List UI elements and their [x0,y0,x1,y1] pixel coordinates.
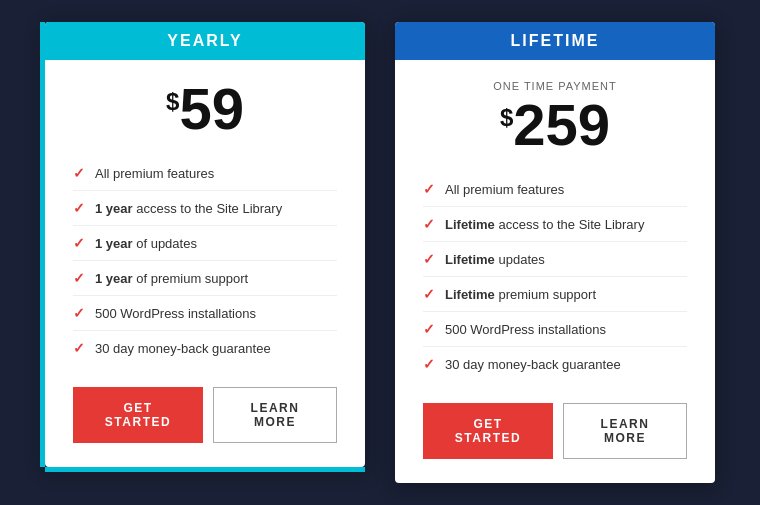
yearly-get-started-button[interactable]: GET STARTED [73,387,203,443]
list-item: ✓ 1 year of premium support [73,261,337,296]
check-icon: ✓ [423,321,435,337]
yearly-price: $ 59 [73,80,337,138]
yearly-card-actions: GET STARTED LEARN MORE [73,387,337,443]
lifetime-price: $ 259 [423,96,687,154]
feature-text: 1 year of updates [95,236,197,251]
check-icon: ✓ [73,165,85,181]
check-icon: ✓ [423,251,435,267]
lifetime-price-section: ONE TIME PAYMENT $ 259 [423,80,687,154]
list-item: ✓ 500 WordPress installations [423,312,687,347]
lifetime-header: LIFETIME [395,22,715,60]
list-item: ✓ 30 day money-back guarantee [423,347,687,381]
list-item: ✓ Lifetime updates [423,242,687,277]
list-item: ✓ All premium features [73,156,337,191]
feature-text: 500 WordPress installations [95,306,256,321]
check-icon: ✓ [73,305,85,321]
lifetime-features-list: ✓ All premium features ✓ Lifetime access… [423,172,687,381]
check-icon: ✓ [423,356,435,372]
feature-text: Lifetime premium support [445,287,596,302]
lifetime-learn-more-button[interactable]: LEARN MORE [563,403,687,459]
lifetime-card-actions: GET STARTED LEARN MORE [423,403,687,459]
lifetime-currency: $ [500,106,513,130]
lifetime-card: LIFETIME ONE TIME PAYMENT $ 259 ✓ All pr… [395,22,715,483]
list-item: ✓ 1 year of updates [73,226,337,261]
list-item: ✓ Lifetime premium support [423,277,687,312]
feature-text: All premium features [445,182,564,197]
yearly-price-value: 59 [179,80,244,138]
feature-text: 30 day money-back guarantee [95,341,271,356]
feature-text: 500 WordPress installations [445,322,606,337]
check-icon: ✓ [423,286,435,302]
feature-text: 1 year of premium support [95,271,248,286]
lifetime-card-body: ONE TIME PAYMENT $ 259 ✓ All premium fea… [395,60,715,483]
feature-text: 30 day money-back guarantee [445,357,621,372]
list-item: ✓ 30 day money-back guarantee [73,331,337,365]
feature-text: 1 year access to the Site Library [95,201,282,216]
check-icon: ✓ [73,235,85,251]
one-time-label: ONE TIME PAYMENT [423,80,687,92]
feature-text: Lifetime access to the Site Library [445,217,644,232]
check-icon: ✓ [423,181,435,197]
check-icon: ✓ [423,216,435,232]
yearly-left-accent [40,22,45,467]
check-icon: ✓ [73,270,85,286]
list-item: ✓ 1 year access to the Site Library [73,191,337,226]
lifetime-price-value: 259 [513,96,610,154]
check-icon: ✓ [73,340,85,356]
yearly-features-list: ✓ All premium features ✓ 1 year access t… [73,156,337,365]
check-icon: ✓ [73,200,85,216]
list-item: ✓ 500 WordPress installations [73,296,337,331]
yearly-price-section: $ 59 [73,80,337,138]
feature-text: All premium features [95,166,214,181]
yearly-learn-more-button[interactable]: LEARN MORE [213,387,337,443]
list-item: ✓ All premium features [423,172,687,207]
lifetime-get-started-button[interactable]: GET STARTED [423,403,553,459]
pricing-container: YEARLY $ 59 ✓ All premium features ✓ 1 y… [15,0,745,505]
yearly-currency: $ [166,90,179,114]
yearly-card: YEARLY $ 59 ✓ All premium features ✓ 1 y… [45,22,365,467]
list-item: ✓ Lifetime access to the Site Library [423,207,687,242]
feature-text: Lifetime updates [445,252,545,267]
yearly-card-body: $ 59 ✓ All premium features ✓ 1 year acc… [45,60,365,467]
yearly-header: YEARLY [45,22,365,60]
yearly-bottom-accent [45,467,365,472]
